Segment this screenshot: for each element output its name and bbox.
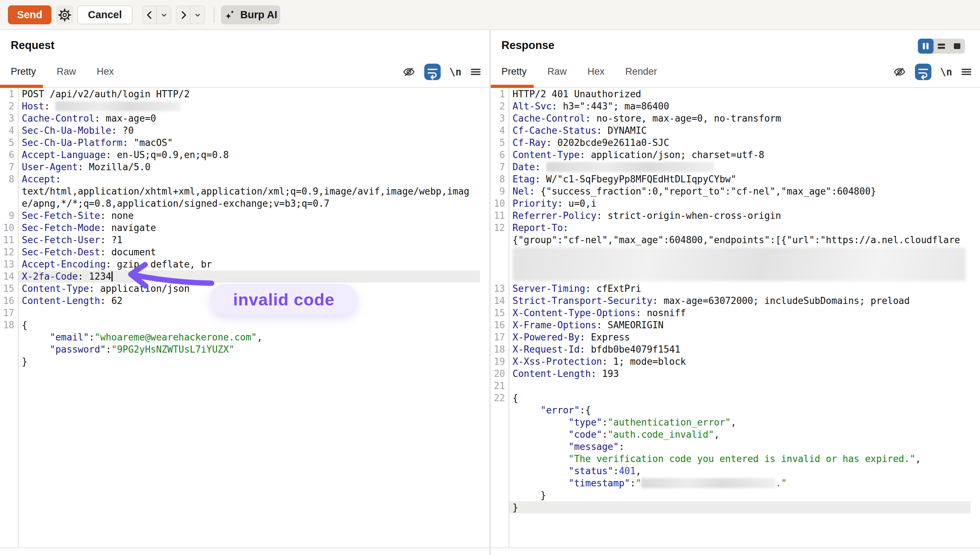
layout-single-button[interactable] <box>949 38 965 54</box>
word-wrap-toggle-button[interactable] <box>915 64 931 80</box>
code-line[interactable]: } <box>491 501 971 513</box>
code-line[interactable]: } <box>0 356 480 367</box>
forward-arrow-icon[interactable] <box>177 6 190 24</box>
code-token: Cache-Control <box>22 113 95 124</box>
code-line[interactable]: 4Sec-Ch-Ua-Mobile: ?0 <box>0 124 480 136</box>
request-editor[interactable]: 1POST /api/v2/auth/login HTTP/22Host: 3C… <box>0 88 489 548</box>
hide-nonprintable-icon[interactable] <box>893 65 906 79</box>
code-line[interactable]: 18X-Request-Id: bfdb0be4079f1541 <box>491 343 971 356</box>
code-line[interactable]: 13Accept-Encoding: gzip, deflate, br <box>0 258 480 270</box>
code-line[interactable]: 14X-2fa-Code: 1234 <box>0 270 480 282</box>
code-line[interactable]: 7Date: <box>491 161 971 173</box>
code-line[interactable]: "message": <box>491 441 971 453</box>
line-number: 18 <box>0 319 18 331</box>
code-token: : strict-origin-when-cross-origin <box>596 210 781 221</box>
code-line[interactable]: "password":"9PG2yHsNZWTUsL7iYUZX" <box>0 343 480 356</box>
newline-toggle-icon[interactable]: \n <box>449 66 461 78</box>
code-line[interactable]: 9Sec-Fetch-Site: none <box>0 210 480 222</box>
layout-columns-button[interactable] <box>918 38 934 54</box>
code-line[interactable]: 16X-Frame-Options: SAMEORIGIN <box>491 319 971 331</box>
code-line[interactable]: 9Nel: {"success_fraction":0,"report_to":… <box>491 185 971 197</box>
code-line[interactable]: } <box>491 489 971 501</box>
code-line[interactable]: 19X-Xss-Protection: 1; mode=block <box>491 356 971 367</box>
code-line[interactable]: 2Alt-Svc: h3=":443"; ma=86400 <box>491 100 971 112</box>
code-line[interactable]: 17X-Powered-By: Express <box>491 331 971 343</box>
tab-raw[interactable]: Raw <box>57 66 76 77</box>
tab-raw[interactable]: Raw <box>548 66 567 77</box>
code-line[interactable]: 14Strict-Transport-Security: max-age=630… <box>491 295 971 307</box>
tab-hex[interactable]: Hex <box>97 66 114 77</box>
tab-render[interactable]: Render <box>625 66 657 77</box>
code-line[interactable]: {"group":"cf-nel","max_age":604800,"endp… <box>491 234 971 246</box>
code-line[interactable]: 15X-Content-Type-Options: nosniff <box>491 307 971 319</box>
cancel-button[interactable]: Cancel <box>77 5 133 24</box>
code-line[interactable]: 16Content-Length: 62 <box>0 295 480 307</box>
line-number: 3 <box>491 112 508 124</box>
response-editor[interactable]: 1HTTP/2 401 Unauthorized2Alt-Svc: h3=":4… <box>491 88 980 548</box>
code-line[interactable] <box>491 246 971 282</box>
history-forward-button[interactable] <box>176 5 205 24</box>
code-line[interactable]: 5Sec-Ch-Ua-Platform: "macOS" <box>0 136 480 149</box>
code-token: : {"success_fraction":0,"report_to":"cf-… <box>529 186 876 197</box>
layout-rows-button[interactable] <box>934 38 949 54</box>
code-line[interactable]: "timestamp":"." <box>491 477 971 489</box>
code-line[interactable]: "status":401, <box>491 465 971 477</box>
code-line[interactable]: 15Content-Type: application/json <box>0 282 480 295</box>
burp-ai-button[interactable]: Burp AI <box>221 5 280 24</box>
code-token: : 1; mode=block <box>602 356 686 367</box>
newline-toggle-icon[interactable]: \n <box>940 66 952 78</box>
code-content: } <box>508 489 546 501</box>
forward-dropdown-icon[interactable] <box>190 6 205 24</box>
code-line[interactable]: 7User-Agent: Mozilla/5.0 <box>0 161 480 173</box>
code-line[interactable]: "email":"whoareme@wearehackerone.com", <box>0 331 480 343</box>
code-line[interactable]: 10Priority: u=0,i <box>491 197 971 210</box>
code-line[interactable]: 12Sec-Fetch-Dest: document <box>0 246 480 258</box>
code-line[interactable]: "The verification code you entered is in… <box>491 453 971 465</box>
code-line[interactable]: "type":"authentication_error", <box>491 416 971 428</box>
code-line[interactable]: 11Sec-Fetch-User: ?1 <box>0 234 480 246</box>
tab-pretty[interactable]: Pretty <box>502 66 527 77</box>
code-line[interactable]: 10Sec-Fetch-Mode: navigate <box>0 222 480 234</box>
code-line[interactable]: text/html,application/xhtml+xml,applicat… <box>0 185 480 197</box>
code-line[interactable]: 22{ <box>491 392 971 404</box>
back-dropdown-icon[interactable] <box>157 6 171 24</box>
code-line[interactable]: 2Host: <box>0 100 480 112</box>
settings-button[interactable] <box>56 5 74 24</box>
code-line[interactable]: 1POST /api/v2/auth/login HTTP/2 <box>0 88 480 100</box>
back-arrow-icon[interactable] <box>143 6 157 24</box>
code-line[interactable]: 4Cf-Cache-Status: DYNAMIC <box>491 124 971 136</box>
tab-pretty[interactable]: Pretty <box>11 66 36 77</box>
history-back-button[interactable] <box>142 5 171 24</box>
code-line[interactable]: "code":"auth.code_invalid", <box>491 428 971 441</box>
hide-nonprintable-icon[interactable] <box>402 65 416 79</box>
word-wrap-toggle-button[interactable] <box>424 64 441 80</box>
editor-menu-icon[interactable] <box>470 66 481 78</box>
line-number: 15 <box>491 307 508 319</box>
code-line[interactable]: 8Accept: <box>0 173 480 185</box>
editor-menu-icon[interactable] <box>961 66 972 78</box>
code-line[interactable]: e/apng,*/*;q=0.8,application/signed-exch… <box>0 197 480 210</box>
code-line[interactable]: 18{ <box>0 319 480 331</box>
code-line[interactable]: 21 <box>491 380 971 392</box>
code-line[interactable]: 1HTTP/2 401 Unauthorized <box>491 88 971 100</box>
code-line[interactable]: 11Referrer-Policy: strict-origin-when-cr… <box>491 210 971 222</box>
code-token: : u=0,i <box>557 198 596 209</box>
code-line[interactable]: "error":{ <box>491 404 971 416</box>
code-content: Referrer-Policy: strict-origin-when-cros… <box>508 210 781 222</box>
code-line[interactable]: 13Server-Timing: cfExtPri <box>491 282 971 295</box>
code-line[interactable]: 12Report-To: <box>491 222 971 234</box>
send-button[interactable]: Send <box>8 5 51 24</box>
code-line[interactable]: 6Accept-Language: en-US;q=0.9,en;q=0.8 <box>0 149 480 161</box>
code-line[interactable]: 6Content-Type: application/json; charset… <box>491 149 971 161</box>
code-line[interactable]: 17 <box>0 307 480 319</box>
code-token: : navigate <box>100 223 156 233</box>
code-line[interactable]: 20Content-Length: 193 <box>491 367 971 380</box>
code-content: Etag: W/"c1-SqFbegyPp8MFQEdHtDLIqpyCYbw" <box>508 173 736 185</box>
tab-hex[interactable]: Hex <box>588 66 605 77</box>
code-line[interactable]: 8Etag: W/"c1-SqFbegyPp8MFQEdHtDLIqpyCYbw… <box>491 173 971 185</box>
line-number: 9 <box>0 210 18 222</box>
code-line[interactable]: 3Cache-Control: max-age=0 <box>0 112 480 124</box>
code-line[interactable]: 5Cf-Ray: 0202bcde9e2611a0-SJC <box>491 136 971 149</box>
line-number: 14 <box>491 295 508 307</box>
code-line[interactable]: 3Cache-Control: no-store, max-age=0, no-… <box>491 112 971 124</box>
